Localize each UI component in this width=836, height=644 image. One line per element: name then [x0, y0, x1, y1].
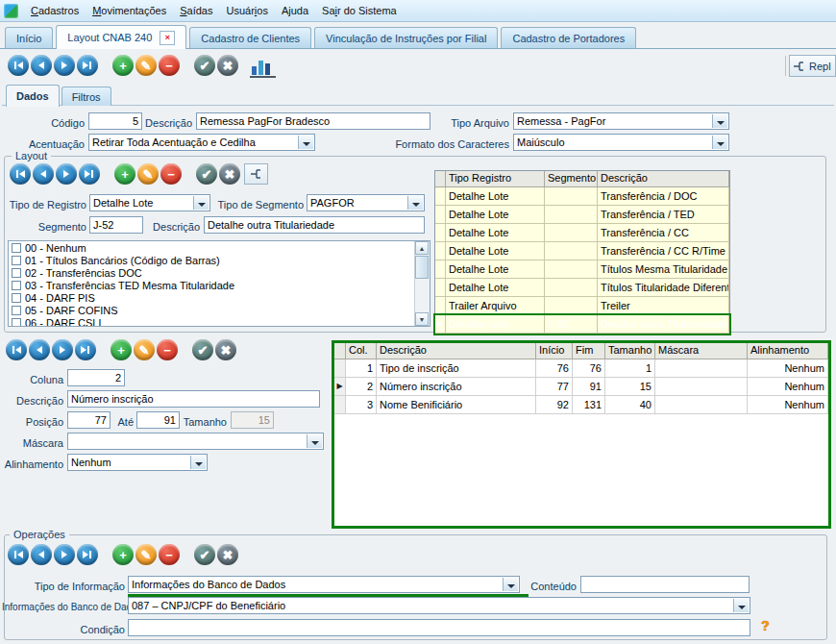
dropdown-arrow-icon[interactable] [193, 196, 209, 210]
segment-option[interactable]: 03 - Transferências TED Mesma Titularida… [9, 279, 430, 291]
columns-post-button[interactable]: ✔ [192, 339, 213, 360]
layout-grid-row[interactable]: Detalhe LoteTransferência / CC R/Time [435, 242, 729, 260]
columns-grid-row[interactable]: 1Tipo de inscrição76761Nenhum [334, 359, 828, 378]
menu-item-cadastros[interactable]: Cadastros [24, 2, 86, 19]
main-next-button[interactable] [54, 55, 75, 76]
main-prior-button[interactable] [31, 55, 52, 76]
menu-item-movimentacoes[interactable]: Movimentações [86, 2, 173, 19]
dropdown-arrow-icon[interactable] [298, 136, 313, 149]
columns-prior-button[interactable] [29, 339, 50, 360]
tipo-arquivo-select[interactable]: Remessa - PagFor [513, 112, 729, 130]
dropdown-arrow-icon[interactable] [712, 114, 727, 128]
page-tab-filtros[interactable]: Filtros [61, 87, 111, 106]
posicao-input[interactable]: 77 [67, 411, 111, 429]
layout-grid-row[interactable]: ▶Detalhe LoteJ-52Detalhe outra Titularie… [435, 315, 729, 334]
coluna-input[interactable]: 2 [67, 369, 125, 386]
layout-grid-row[interactable]: Detalhe LoteTransferência / DOC [435, 187, 729, 206]
checkbox-icon[interactable] [12, 306, 21, 315]
scroll-down-icon[interactable]: ▼ [415, 312, 429, 326]
menu-item-saidas[interactable]: Saídas [173, 2, 219, 19]
connector-button[interactable] [244, 163, 268, 185]
main-edit-button[interactable]: ✎ [135, 55, 157, 76]
columns-delete-button[interactable]: − [157, 339, 178, 360]
acentuacao-select[interactable]: Retirar Toda Acentuação e Cedilha [88, 134, 315, 151]
tipo-informacao-select[interactable]: Informações do Banco de Dados [128, 576, 520, 593]
dropdown-arrow-icon[interactable] [407, 196, 423, 210]
operations-next-button[interactable] [54, 544, 75, 565]
operations-last-button[interactable] [77, 544, 98, 565]
segment-option[interactable]: 02 - Transferências DOC [9, 266, 430, 279]
layout-edit-button[interactable]: ✎ [137, 163, 159, 185]
dropdown-arrow-icon[interactable] [307, 434, 322, 448]
layout-cancel-button[interactable]: ✖ [219, 163, 240, 185]
page-tab-dados[interactable]: Dados [6, 85, 60, 107]
chart-button[interactable] [250, 55, 276, 78]
segment-option[interactable]: 01 - Títulos Bancários (Código de Barras… [9, 254, 430, 266]
operations-delete-button[interactable]: − [159, 544, 180, 565]
operations-first-button[interactable] [8, 544, 29, 565]
operations-insert-button[interactable]: + [112, 544, 134, 565]
layout-prior-button[interactable] [33, 163, 54, 185]
dropdown-arrow-icon[interactable] [733, 599, 749, 612]
segmento-input[interactable]: J-52 [89, 216, 143, 234]
replicate-button[interactable]: Repl [789, 55, 836, 77]
columns-cancel-button[interactable]: ✖ [215, 339, 236, 360]
formato-select[interactable]: Maiúsculo [513, 134, 729, 151]
layout-next-button[interactable] [56, 163, 77, 185]
segment-option[interactable]: 05 - DARF COFINS [9, 304, 430, 316]
tab-layout-cnab-240[interactable]: Layout CNAB 240× [56, 25, 186, 49]
columns-last-button[interactable] [75, 339, 96, 360]
menu-item-sair-do-sistema[interactable]: Sair do Sistema [315, 2, 404, 19]
main-insert-button[interactable]: + [112, 55, 134, 76]
checklist-scrollbar[interactable]: ▲ ▼ [414, 241, 430, 326]
layout-grid-row[interactable]: Detalhe LoteTítulos Titularidade Diferen… [435, 279, 729, 297]
columns-grid-row[interactable]: 3Nome Benificiário9213140Nenhum [334, 396, 828, 414]
dropdown-arrow-icon[interactable] [503, 578, 518, 591]
tab-cadastro-de-clientes[interactable]: Cadastro de Clientes [189, 27, 311, 48]
columns-grid-row[interactable]: ▶2Número inscrição779115Nenhum [334, 378, 828, 396]
conteudo-input[interactable] [580, 576, 750, 593]
checkbox-icon[interactable] [12, 256, 21, 265]
main-last-button[interactable] [77, 55, 98, 76]
layout-descricao-input[interactable]: Detalhe outra Titulariedade [204, 216, 425, 234]
operations-post-button[interactable]: ✔ [194, 544, 215, 565]
columns-edit-button[interactable]: ✎ [134, 339, 155, 360]
condicao-input[interactable] [128, 619, 750, 636]
menu-item-usuarios[interactable]: Usuários [219, 2, 274, 19]
operations-edit-button[interactable]: ✎ [135, 544, 157, 565]
main-delete-button[interactable]: − [159, 55, 180, 76]
checkbox-icon[interactable] [12, 281, 21, 290]
scroll-up-icon[interactable]: ▲ [415, 241, 429, 255]
scrollbar-thumb[interactable] [415, 256, 429, 279]
main-first-button[interactable] [8, 55, 29, 76]
main-post-button[interactable]: ✔ [194, 55, 215, 76]
tab-cadastro-de-portadores[interactable]: Cadastro de Portadores [501, 27, 636, 48]
layout-post-button[interactable]: ✔ [196, 163, 217, 185]
descricao-input[interactable]: Remessa PagFor Bradesco [196, 112, 430, 130]
segment-type-checklist[interactable]: 00 - Nenhum01 - Títulos Bancários (Códig… [8, 240, 430, 327]
mascara-select[interactable] [67, 433, 324, 450]
layout-grid-row[interactable]: Detalhe LoteTransferência / TED [435, 206, 729, 224]
operations-cancel-button[interactable]: ✖ [217, 544, 238, 565]
checkbox-icon[interactable] [12, 243, 21, 253]
info-banco-select[interactable]: 087 – CNPJ/CPF do Beneficiário [128, 597, 750, 614]
operations-prior-button[interactable] [31, 544, 52, 565]
segment-option[interactable]: 00 - Nenhum [9, 241, 430, 254]
segment-option[interactable]: 06 - DARF CSLL [9, 316, 430, 327]
columns-next-button[interactable] [52, 339, 73, 360]
tipo-segmento-select[interactable]: PAGFOR [307, 194, 425, 211]
help-icon[interactable]: ? [761, 618, 770, 633]
tipo-registro-select[interactable]: Detalhe Lote [89, 194, 210, 211]
segment-option[interactable]: 04 - DARF PIS [9, 291, 430, 304]
dropdown-arrow-icon[interactable] [190, 456, 206, 469]
alinhamento-select[interactable]: Nenhum [67, 454, 208, 471]
layout-delete-button[interactable]: − [160, 163, 182, 185]
columns-insert-button[interactable]: + [111, 339, 132, 360]
layout-first-button[interactable] [10, 163, 31, 185]
dropdown-arrow-icon[interactable] [712, 136, 727, 149]
ate-input[interactable]: 91 [136, 411, 180, 429]
checkbox-icon[interactable] [12, 318, 21, 328]
layout-grid-row[interactable]: Trailer ArquivoTreiler [435, 297, 729, 315]
layout-grid-row[interactable]: Detalhe LoteTítulos Mesma Titularidade [435, 260, 729, 279]
menu-item-ajuda[interactable]: Ajuda [275, 2, 315, 19]
